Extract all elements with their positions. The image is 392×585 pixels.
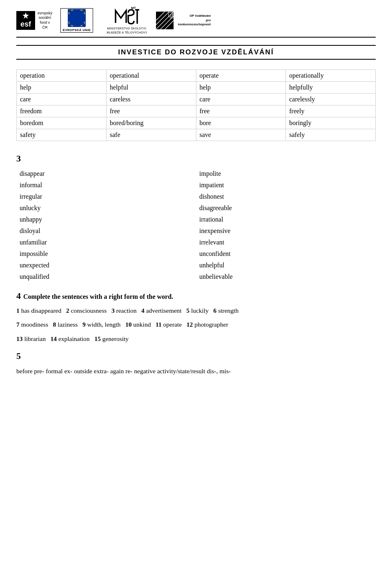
table-cell: operate xyxy=(196,70,286,82)
section-4-title: 4Complete the sentences with a right for… xyxy=(16,291,376,301)
table-cell: helpfully xyxy=(286,82,376,94)
table-cell: carelessly xyxy=(286,94,376,105)
word-left: unhappy xyxy=(16,214,196,225)
table-cell: safely xyxy=(286,129,376,141)
table-cell: help xyxy=(17,82,107,94)
table-cell: care xyxy=(17,94,107,105)
op-label: OP Vzdělávání pro konkurenceschopnost xyxy=(176,14,211,27)
table-cell: safety xyxy=(17,129,107,141)
table-cell: bored/boring xyxy=(106,117,196,129)
svg-text:13: 13 xyxy=(169,13,173,17)
eu-logo: EVROPSKÁ UNIE xyxy=(60,8,93,33)
table-cell: bore xyxy=(196,117,286,129)
word-pairs-grid: disappearimpoliteinformalimpatientirregu… xyxy=(16,168,376,282)
prefix-line: before pre- formal ex- outside extra- ag… xyxy=(16,365,376,377)
section-5: 5 before pre- formal ex- outside extra- … xyxy=(16,351,376,377)
svg-text:MT: MT xyxy=(131,7,136,10)
esf-letter-box: esf xyxy=(16,11,35,30)
logo-area: esf evropský sociální fond v ČR xyxy=(16,8,206,33)
word-left: unexpected xyxy=(16,260,196,271)
eu-stars xyxy=(68,9,86,27)
word-table: operationoperationaloperateoperationally… xyxy=(16,69,376,141)
table-cell: freely xyxy=(286,105,376,117)
word-right: impolite xyxy=(196,168,376,179)
table-cell: operationally xyxy=(286,70,376,82)
svg-text:esf: esf xyxy=(20,20,31,28)
msmt-logo: MT MINISTERSTVO ŠKOLSTVÍ, MLÁDEŽE A TĚLO… xyxy=(100,8,154,33)
esf-logo: esf evropský sociální fond v ČR xyxy=(16,8,53,33)
table-cell: care xyxy=(196,94,286,105)
word-left: informal xyxy=(16,179,196,191)
answers-line-2: 7 moodiness 8 laziness 9 width, length 1… xyxy=(16,319,376,330)
word-right: unhelpful xyxy=(196,260,376,271)
table-cell: operation xyxy=(17,70,107,82)
svg-text:2007: 2007 xyxy=(169,17,174,19)
table-cell: help xyxy=(196,82,286,94)
word-left: unqualified xyxy=(16,271,196,282)
section-3: 3 disappearimpoliteinformalimpatientirre… xyxy=(16,153,376,282)
table-cell: freedom xyxy=(17,105,107,117)
table-cell: free xyxy=(196,105,286,117)
eu-label: EVROPSKÁ UNIE xyxy=(63,28,91,32)
esf-subtext: evropský sociální fond v ČR xyxy=(37,11,53,30)
section-5-number: 5 xyxy=(16,351,376,361)
table-cell: free xyxy=(106,105,196,117)
table-cell: safe xyxy=(106,129,196,141)
table-cell: careless xyxy=(106,94,196,105)
msmt-label: MINISTERSTVO ŠKOLSTVÍ, MLÁDEŽE A TĚLOVÝC… xyxy=(107,27,147,35)
word-right: dishonest xyxy=(196,191,376,202)
word-right: disagreeable xyxy=(196,202,376,214)
table-cell: helpful xyxy=(106,82,196,94)
word-right: irrational xyxy=(196,214,376,225)
table-cell: operational xyxy=(106,70,196,82)
word-right: irrelevant xyxy=(196,237,376,248)
word-left: disloyal xyxy=(16,225,196,237)
word-left: irregular xyxy=(16,191,196,202)
table-cell: boringly xyxy=(286,117,376,129)
svg-rect-3 xyxy=(69,10,85,26)
answers-line-1: 1 has disappeared 2 consciousness 3 reac… xyxy=(16,305,376,316)
page-title: INVESTICE DO ROZVOJE VZDĚLÁVÁNÍ xyxy=(16,45,376,60)
word-left: unfamiliar xyxy=(16,237,196,248)
word-left: disappear xyxy=(16,168,196,179)
section-4: 4Complete the sentences with a right for… xyxy=(16,291,376,344)
table-cell: save xyxy=(196,129,286,141)
answers-line-3: 13 librarian 14 explaination 15 generosi… xyxy=(16,334,376,344)
word-left: impossible xyxy=(16,248,196,260)
page-header: esf evropský sociální fond v ČR xyxy=(16,8,376,38)
section-3-number: 3 xyxy=(16,153,376,164)
table-cell: boredom xyxy=(17,117,107,129)
op-logo: 13 2007 OP Vzdělávání pro konkurencescho… xyxy=(161,8,206,33)
word-right: impatient xyxy=(196,179,376,191)
word-right: unbelievable xyxy=(196,271,376,282)
word-right: unconfident xyxy=(196,248,376,260)
word-right: inexpensive xyxy=(196,225,376,237)
word-left: unlucky xyxy=(16,202,196,214)
